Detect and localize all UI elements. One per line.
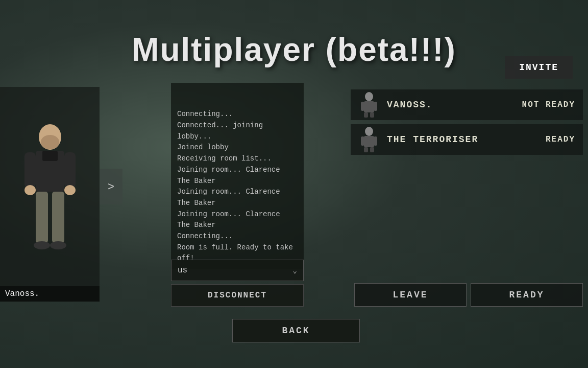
chevron-down-icon: ⌄ — [293, 266, 297, 275]
log-line: Joining room... Clarence — [177, 165, 298, 176]
player-avatar-icon — [360, 127, 378, 152]
region-dropdown[interactable]: us ⌄ — [171, 260, 304, 281]
player-status: NOT READY — [522, 100, 575, 109]
log-line: The Baker — [177, 198, 298, 209]
svg-rect-22 — [364, 147, 368, 152]
svg-rect-21 — [374, 136, 377, 146]
svg-point-18 — [365, 127, 373, 136]
svg-point-6 — [24, 185, 36, 195]
back-button[interactable]: BACK — [232, 319, 360, 342]
svg-rect-16 — [364, 112, 368, 118]
log-line: Joining room... Clarence — [177, 187, 298, 198]
player-name: VANOSS. — [387, 100, 515, 110]
svg-rect-23 — [370, 147, 374, 152]
svg-rect-9 — [52, 192, 64, 243]
log-line: Connecting... — [177, 231, 298, 242]
svg-rect-13 — [364, 101, 374, 112]
log-panel: Connecting...Connected... joining lobby.… — [171, 83, 304, 269]
log-line: Receiving room list... — [177, 153, 298, 165]
character-panel: Vanoss. — [0, 87, 100, 302]
log-line: The Baker — [177, 176, 298, 187]
player-row: THE TERRORISERREADY — [351, 124, 583, 155]
player-avatar — [358, 91, 380, 118]
leave-button[interactable]: LEAVE — [354, 283, 467, 307]
svg-rect-20 — [361, 136, 364, 146]
svg-rect-4 — [24, 152, 36, 188]
svg-point-10 — [34, 241, 50, 249]
svg-rect-15 — [374, 102, 377, 111]
character-name: Vanoss. — [0, 286, 100, 302]
player-row: VANOSS.NOT READY — [351, 89, 583, 120]
disconnect-button[interactable]: DISCONNECT — [171, 284, 304, 307]
player-avatar-icon — [360, 92, 378, 118]
log-line: Connecting... — [177, 109, 298, 120]
arrow-button[interactable]: > — [100, 169, 122, 204]
player-status: READY — [546, 135, 575, 144]
character-svg — [19, 118, 81, 271]
page-title: Multiplayer (beta!!!) — [132, 31, 456, 68]
action-buttons: LEAVE READY — [354, 283, 583, 307]
svg-rect-5 — [64, 152, 76, 188]
region-value: us — [178, 266, 187, 275]
svg-point-11 — [50, 241, 66, 249]
svg-point-7 — [64, 185, 76, 195]
svg-point-1 — [41, 135, 59, 149]
svg-rect-19 — [364, 136, 374, 147]
character-figure — [12, 107, 88, 281]
log-line: Joining room... Clarence — [177, 209, 298, 220]
svg-rect-8 — [36, 192, 48, 243]
svg-rect-14 — [361, 102, 364, 111]
player-avatar — [358, 126, 380, 153]
svg-rect-3 — [42, 151, 58, 161]
svg-rect-17 — [370, 112, 374, 118]
players-panel: VANOSS.NOT READY THE TERRORISERREADY — [351, 89, 583, 155]
svg-point-12 — [365, 92, 373, 101]
ready-button[interactable]: READY — [471, 283, 583, 307]
log-line: Joined lobby — [177, 142, 298, 153]
log-scroll: Connecting...Connected... joining lobby.… — [177, 88, 298, 264]
log-line: Connected... joining lobby... — [177, 120, 298, 142]
player-name: THE TERRORISER — [387, 134, 538, 145]
invite-button[interactable]: INVITE — [505, 56, 573, 79]
log-line: The Baker — [177, 220, 298, 231]
